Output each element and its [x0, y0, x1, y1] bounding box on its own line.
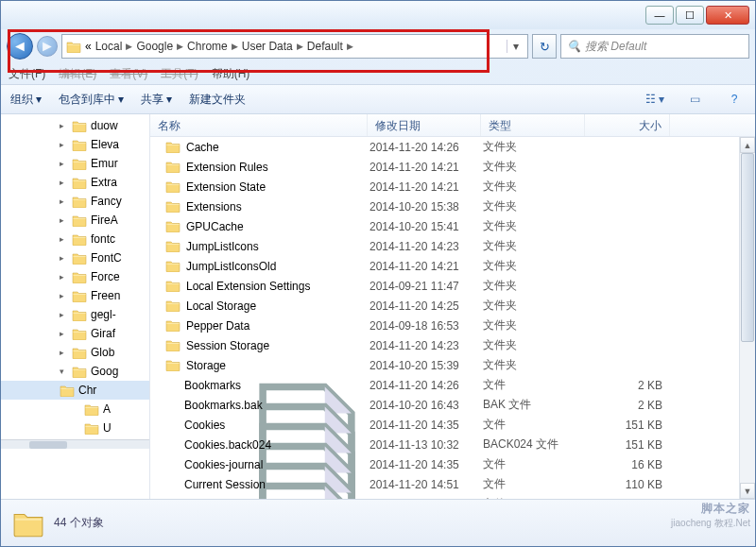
expand-icon[interactable]: ▾ — [60, 367, 68, 376]
expand-icon[interactable]: ▸ — [60, 197, 68, 206]
expand-icon[interactable]: ▸ — [60, 329, 68, 338]
watermark: 脚本之家 — [701, 501, 750, 517]
chevron-right-icon[interactable]: ▶ — [232, 42, 238, 51]
nav-forward-button[interactable]: ► — [37, 36, 58, 57]
column-size[interactable]: 大小 — [585, 114, 670, 136]
tree-item[interactable]: ▸duow — [1, 116, 149, 135]
expand-icon[interactable]: ▸ — [60, 234, 68, 244]
chevron-right-icon[interactable]: ▶ — [177, 42, 183, 51]
file-row[interactable]: Extensions2014-10-20 15:38文件夹 — [150, 197, 755, 216]
tree-item[interactable]: ▸Fancy — [1, 192, 149, 211]
file-row[interactable]: Cookies-journal2014-11-20 14:35文件16 KB — [150, 454, 755, 474]
file-row[interactable]: JumpListIcons2014-11-20 14:23文件夹 — [150, 236, 755, 256]
include-library-menu[interactable]: 包含到库中 ▾ — [59, 92, 124, 108]
help-button[interactable]: ? — [723, 89, 746, 110]
new-folder-button[interactable]: 新建文件夹 — [189, 92, 246, 108]
expand-icon[interactable]: ▸ — [60, 310, 68, 319]
chevron-right-icon[interactable]: ▶ — [126, 42, 132, 51]
expand-icon[interactable]: ▸ — [60, 348, 68, 357]
refresh-button[interactable]: ↻ — [532, 34, 557, 59]
tree-item[interactable]: ▸gegl- — [1, 305, 149, 324]
tree-item[interactable]: ▸Glob — [1, 343, 149, 362]
file-date: 2014-10-20 15:39 — [369, 359, 483, 372]
minimize-button[interactable]: — — [645, 6, 674, 25]
expand-icon[interactable]: ▸ — [60, 253, 68, 263]
scroll-thumb[interactable] — [741, 153, 754, 342]
breadcrumb-item[interactable]: Google — [136, 40, 173, 53]
expand-icon[interactable]: ▸ — [60, 178, 68, 187]
address-dropdown[interactable]: ▾ — [507, 40, 524, 53]
chevron-right-icon[interactable]: ▶ — [347, 42, 353, 51]
file-row[interactable]: Cookies.back0242014-11-13 10:32BACK024 文… — [150, 435, 755, 454]
view-mode-button[interactable]: ☷ ▾ — [644, 89, 666, 110]
file-row[interactable]: Bookmarks.bak2014-10-20 16:43BAK 文件2 KB — [150, 395, 755, 415]
tree-item[interactable]: U — [1, 419, 149, 437]
menu-file[interactable]: 文件(F) — [9, 66, 45, 82]
file-row[interactable]: Cache2014-11-20 14:26文件夹 — [150, 137, 755, 157]
expand-icon[interactable]: ▸ — [60, 272, 68, 282]
file-date: 2014-11-20 14:25 — [369, 299, 483, 313]
tree-item[interactable]: ▸fontc — [1, 230, 149, 248]
breadcrumb-item[interactable]: User Data — [242, 40, 293, 53]
tree-item[interactable]: ▸Giraf — [1, 324, 149, 343]
breadcrumb-item[interactable]: Chrome — [187, 40, 228, 53]
tree-item[interactable]: ▸FontC — [1, 248, 149, 267]
file-row[interactable]: Local Storage2014-11-20 14:25文件夹 — [150, 296, 755, 316]
address-bar[interactable]: « Local▶ Google▶ Chrome▶ User Data▶ Defa… — [61, 34, 528, 59]
sidebar-horizontal-scrollbar[interactable] — [1, 439, 149, 449]
file-date: 2014-11-20 14:35 — [369, 458, 483, 471]
menu-view[interactable]: 查看(V) — [110, 66, 147, 82]
breadcrumb-item[interactable]: Default — [307, 40, 343, 53]
tree-item[interactable]: ▸FireA — [1, 211, 149, 230]
file-row[interactable]: Pepper Data2014-09-18 16:53文件夹 — [150, 316, 755, 335]
file-name: Local Storage — [186, 299, 256, 313]
breadcrumb-item[interactable]: Local — [95, 40, 123, 53]
breadcrumb-overflow[interactable]: « — [85, 40, 92, 53]
share-menu[interactable]: 共享 ▾ — [141, 92, 172, 108]
expand-icon[interactable]: ▸ — [60, 140, 68, 149]
nav-back-button[interactable]: ◄ — [7, 33, 33, 60]
vertical-scrollbar[interactable]: ▲ ▼ — [739, 137, 755, 499]
menu-edit[interactable]: 编辑(E) — [59, 66, 96, 82]
file-row[interactable]: Storage2014-10-20 15:39文件夹 — [150, 355, 755, 375]
file-row[interactable]: Bookmarks2014-11-20 14:26文件2 KB — [150, 375, 755, 395]
file-row[interactable]: Cookies2014-11-20 14:35文件151 KB — [150, 415, 755, 435]
tree-item[interactable]: A — [1, 400, 149, 419]
column-name[interactable]: 名称 — [150, 114, 368, 136]
close-button[interactable]: ✕ — [706, 6, 749, 25]
search-input[interactable]: 🔍 搜索 Default — [560, 34, 749, 59]
tree-item[interactable]: ▾Goog — [1, 362, 149, 381]
folder-icon — [165, 280, 180, 292]
chevron-right-icon[interactable]: ▶ — [297, 42, 303, 51]
tree-item[interactable]: ▸Eleva — [1, 135, 149, 154]
organize-menu[interactable]: 组织 ▾ — [10, 92, 42, 108]
preview-pane-button[interactable]: ▭ — [683, 89, 706, 110]
column-date[interactable]: 修改日期 — [368, 114, 481, 136]
file-date: 2014-11-20 14:23 — [369, 339, 483, 352]
file-row[interactable]: Extension State2014-11-20 14:21文件夹 — [150, 177, 755, 197]
file-date: 2014-11-20 14:21 — [369, 260, 483, 273]
tree-item[interactable]: ▸Extra — [1, 173, 149, 192]
folder-icon — [72, 252, 87, 265]
file-row[interactable]: Session Storage2014-11-20 14:23文件夹 — [150, 335, 755, 355]
file-row[interactable]: JumpListIconsOld2014-11-20 14:21文件夹 — [150, 256, 755, 276]
tree-item[interactable]: ▸Freen — [1, 286, 149, 305]
tree-item[interactable]: ▸Force — [1, 267, 149, 286]
maximize-button[interactable]: ☐ — [676, 6, 704, 25]
tree-item[interactable]: Chr — [1, 381, 149, 400]
tree-item[interactable]: ▸Emur — [1, 154, 149, 173]
file-row[interactable]: Local Extension Settings2014-09-21 11:47… — [150, 276, 755, 296]
column-type[interactable]: 类型 — [481, 114, 585, 136]
file-row[interactable]: Extension Rules2014-11-20 14:21文件夹 — [150, 157, 755, 177]
scroll-up-button[interactable]: ▲ — [740, 137, 755, 153]
expand-icon[interactable]: ▸ — [60, 121, 68, 130]
file-row[interactable]: GPUCache2014-10-20 15:41文件夹 — [150, 216, 755, 236]
file-name: Extensions — [186, 200, 242, 214]
menu-tools[interactable]: 工具(T) — [161, 66, 198, 82]
expand-icon[interactable]: ▸ — [60, 159, 68, 168]
expand-icon[interactable]: ▸ — [60, 291, 68, 300]
scroll-down-button[interactable]: ▼ — [740, 483, 755, 499]
menu-help[interactable]: 帮助(H) — [212, 66, 250, 82]
expand-icon[interactable]: ▸ — [60, 215, 68, 225]
file-row[interactable]: Current Session2014-11-20 14:51文件110 KB — [150, 474, 755, 494]
